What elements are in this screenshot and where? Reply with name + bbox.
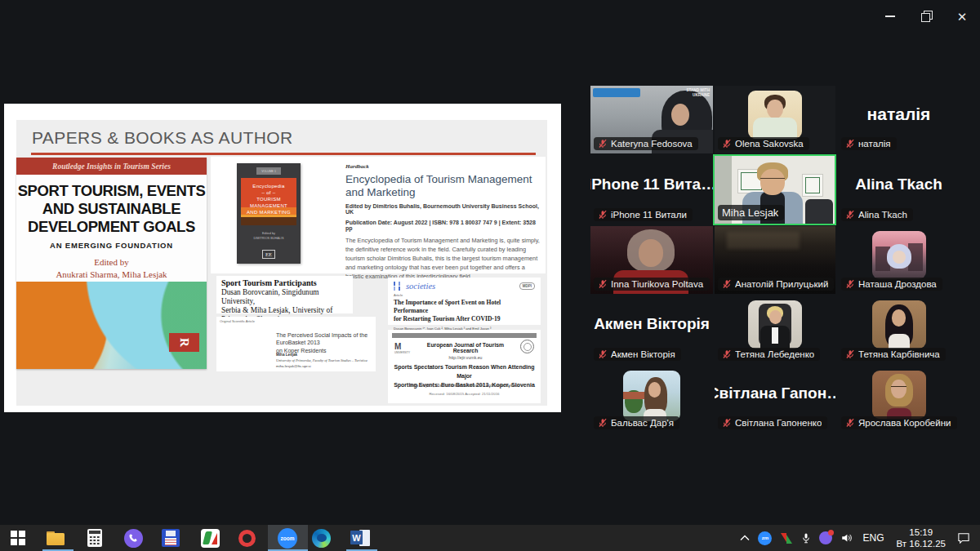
system-tray: zm ENG 15:19 Вт 16.12.25 — [736, 525, 980, 551]
participant-tile-tetiana-karbivnycha[interactable]: Тетяна Карбівнича — [838, 295, 960, 364]
calculator-icon — [87, 529, 102, 547]
screen-share-area: PAPERS & BOOKS AS AUTHOR Routledge Insig… — [4, 104, 561, 412]
opera-button[interactable] — [237, 528, 256, 548]
ee-publisher-logo: EE — [262, 250, 275, 259]
journal-name: societies — [406, 282, 435, 291]
word-button[interactable]: W — [350, 528, 370, 548]
paper-author: Miha Lesjak — [276, 353, 297, 357]
participant-tile-anatoliy-prylutskyi[interactable]: Анатолій Прилуцький… — [715, 226, 835, 294]
hidden-icons-chevron[interactable] — [740, 535, 750, 541]
participant-tile-natalia[interactable]: наталія наталія — [838, 86, 960, 153]
paper-authors: Miha Lesjak ¹, Eva Podovšovnik Axelsson²… — [392, 384, 537, 388]
participant-display-name: наталія — [838, 86, 960, 142]
mic-muted-icon — [722, 279, 732, 289]
avatar — [748, 300, 802, 349]
calculator-button[interactable] — [85, 528, 105, 548]
participant-name-pill: Тетяна Лебеденко — [718, 348, 820, 361]
participant-tile-inna-tiurikova[interactable]: Inna Tiurikova Poltava … — [590, 226, 713, 294]
cover-volume-tab: VOLUME 1 — [256, 167, 281, 175]
slide-title: PAPERS & BOOKS AS AUTHOR — [32, 128, 293, 148]
microphone-tray-icon[interactable] — [801, 532, 811, 544]
viber-button[interactable] — [123, 528, 143, 548]
participant-name: Olena Sakovska — [735, 139, 804, 149]
cover-silhouette — [241, 214, 296, 225]
participant-name: Наташа Дроздова — [858, 279, 937, 289]
opera-icon — [238, 530, 256, 547]
zoom-taskbar-button[interactable]: zoom — [278, 528, 297, 548]
journal-header-bar — [392, 333, 537, 338]
participant-tile-alina-tkach[interactable]: Alina Tkach Alina Tkach — [838, 155, 960, 224]
avatar — [872, 371, 926, 419]
participant-name: Inna Tiurikova Poltava … — [611, 279, 704, 289]
encyclopedia-description: The Encyclopedia of Tourism Management a… — [345, 237, 540, 282]
medoc-app-button[interactable] — [200, 528, 220, 548]
avatar — [872, 231, 926, 279]
participant-tile-natasha-drozdova[interactable]: Наташа Дроздова — [838, 226, 960, 294]
tray-app-icon[interactable] — [780, 532, 793, 544]
participant-tile-akmen-viktoria[interactable]: Акмен Вікторія Акмен Вікторія — [590, 295, 713, 364]
participant-display-name: Alina Tkach — [838, 155, 960, 213]
mic-muted-icon — [722, 349, 732, 359]
close-button[interactable]: ✕ — [944, 5, 980, 28]
participant-tile-iphone-11[interactable]: iPhone 11 Вита… iPhone 11 Витали — [590, 155, 713, 224]
zm-icon: zm — [758, 531, 772, 545]
mic-muted-icon — [845, 210, 855, 220]
mic-muted-icon — [598, 139, 608, 149]
viber-icon — [124, 529, 143, 548]
mic-muted-icon — [845, 349, 855, 359]
participant-tile-olena-sakovska[interactable]: Olena Sakovska — [715, 86, 835, 153]
minimize-button[interactable] — [872, 5, 908, 28]
participant-tile-svitlana-haponenko[interactable]: Світлана Гапон… Світлана Гапоненко — [715, 366, 835, 433]
participant-name-pill: Світлана Гапоненко — [718, 416, 827, 429]
paper-tag: Article — [394, 293, 535, 297]
date: Вт 16.12.25 — [896, 538, 946, 549]
zoom-tray-icon[interactable]: zm — [758, 531, 772, 545]
viber-icon-with-badge — [819, 531, 832, 544]
participant-name-pill: Акмен Вікторія — [594, 348, 681, 361]
paper-sport-tourism-participants: Sport Tourism Participants Dusan Borovca… — [216, 276, 353, 313]
participant-name: Alina Tkach — [858, 210, 907, 220]
zoom-icon: zoom — [278, 528, 297, 549]
avatar — [623, 371, 680, 421]
action-center-button[interactable] — [957, 532, 970, 544]
windows-logo-icon — [11, 531, 25, 545]
participant-tile-tetiana-lebedenko[interactable]: Тетяна Лебеденко — [715, 295, 835, 364]
language-indicator[interactable]: ENG — [862, 532, 884, 544]
start-button[interactable] — [8, 528, 28, 548]
participant-tile-yaroslava-korobeinyk[interactable]: Ярослава Коробейни… — [838, 366, 960, 433]
encyclopedia-title: Encyclopedia of Tourism Management and M… — [345, 173, 540, 198]
participant-tile-kateryna-fedosova[interactable]: STAND WITH UKRAINE Kateryna Fedosova — [590, 86, 713, 153]
window-controls: ✕ — [872, 5, 980, 28]
save-app-button[interactable] — [161, 528, 180, 548]
book-series-banner: Routledge Insights in Tourism Series — [16, 158, 207, 175]
book-format: Hardback — [345, 163, 540, 170]
participant-name: Світлана Гапоненко — [735, 418, 822, 428]
participant-name-pill: Ярослава Коробейни… — [841, 416, 957, 429]
participant-tile-balvas-daria[interactable]: Бальвас Дар'я — [590, 366, 713, 433]
participant-tile-miha-lesjak-active-speaker[interactable]: Miha Lesjak — [713, 154, 836, 225]
zoom-meeting-window: { "window": { "minimize": "minimize", "r… — [0, 0, 980, 551]
taskbar-clock[interactable]: 15:19 Вт 16.12.25 — [896, 527, 946, 550]
mic-muted-icon — [598, 210, 608, 220]
paper-email: miha.lesjak@fts.upr.si — [276, 364, 311, 368]
participant-name: Акмен Вікторія — [611, 349, 675, 359]
encyclopedia-meta: Publication Date: August 2022 | ISBN: 97… — [345, 220, 540, 231]
file-explorer-button[interactable] — [46, 528, 65, 548]
viber-tray-icon[interactable] — [819, 531, 832, 544]
mic-icon — [801, 532, 811, 544]
participant-name-pill: Alina Tkach — [841, 208, 913, 221]
participant-display-name: Акмен Вікторія — [590, 295, 713, 353]
edge-button[interactable] — [311, 528, 331, 548]
participant-name-pill: Kateryna Fedosova — [594, 137, 698, 150]
encyclopedia-info: Hardback Encyclopedia of Tourism Managem… — [345, 163, 540, 282]
volume-tray-icon[interactable] — [840, 532, 853, 544]
floppy-disk-icon — [162, 529, 180, 547]
participant-name: Тетяна Карбівнича — [858, 349, 940, 359]
university-logo-banner — [593, 88, 640, 97]
restore-button[interactable] — [908, 5, 944, 28]
book-cover-art: R — [16, 282, 207, 369]
varna-university-logo: MUNIVERSITY — [394, 342, 410, 354]
mdpi-logo: MDPI — [519, 282, 535, 290]
participant-display-name: Світлана Гапон… — [715, 366, 835, 421]
chevron-up-icon — [740, 535, 750, 541]
